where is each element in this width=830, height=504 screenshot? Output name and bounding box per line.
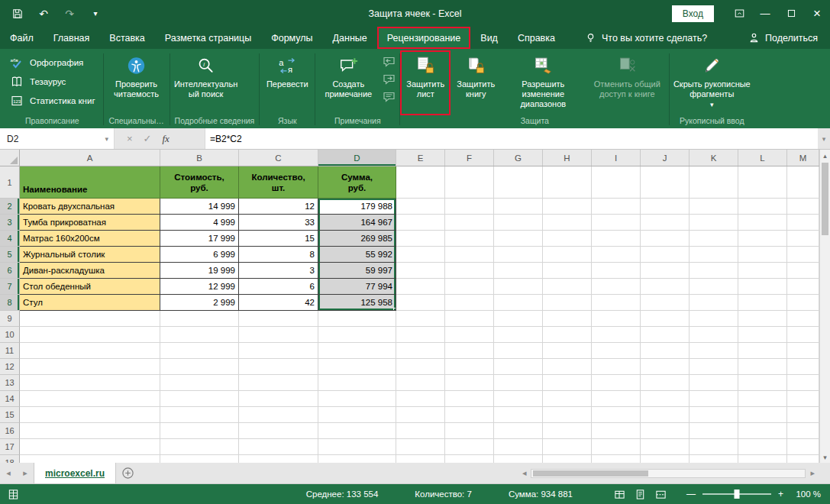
row-header-3[interactable]: 3: [0, 215, 20, 231]
protect-workbook-button[interactable]: Защитить книгу: [451, 50, 501, 115]
cell-E5[interactable]: [396, 247, 445, 263]
cell-E7[interactable]: [396, 279, 445, 295]
row-header-7[interactable]: 7: [0, 279, 20, 295]
cell-J8[interactable]: [641, 295, 690, 311]
cell-D18[interactable]: [318, 455, 396, 463]
cell-L15[interactable]: [738, 407, 787, 423]
cell-H15[interactable]: [543, 407, 592, 423]
name-box[interactable]: D2 ▾: [0, 128, 115, 149]
name-box-dropdown-icon[interactable]: ▾: [99, 135, 114, 143]
cell-B8[interactable]: 2 999: [160, 295, 239, 311]
cell-J16[interactable]: [641, 423, 690, 439]
tab-page-layout[interactable]: Разметка страницы: [155, 27, 261, 49]
cell-E2[interactable]: [396, 199, 445, 215]
formula-input[interactable]: =B2*C2: [205, 128, 818, 149]
cell-L13[interactable]: [738, 375, 787, 391]
cell-E1[interactable]: [396, 166, 445, 199]
cell-L14[interactable]: [738, 391, 787, 407]
cell-C18[interactable]: [239, 455, 318, 463]
tab-formulas[interactable]: Формулы: [261, 27, 322, 49]
cell-D1[interactable]: Сумма, руб.: [318, 166, 396, 199]
cell-I15[interactable]: [592, 407, 641, 423]
cell-D4[interactable]: 269 985: [318, 231, 396, 247]
vertical-scroll-thumb[interactable]: [822, 163, 828, 235]
cell-L18[interactable]: [738, 455, 787, 463]
cell-B6[interactable]: 19 999: [160, 263, 239, 279]
cell-L4[interactable]: [738, 231, 787, 247]
cell-K8[interactable]: [690, 295, 738, 311]
cell-K16[interactable]: [690, 423, 738, 439]
cell-E16[interactable]: [396, 423, 445, 439]
cell-I12[interactable]: [592, 359, 641, 375]
cell-A17[interactable]: [20, 439, 160, 455]
row-header-2[interactable]: 2: [0, 199, 20, 215]
cell-L5[interactable]: [738, 247, 787, 263]
vertical-scrollbar[interactable]: ▴ ▾: [819, 150, 830, 463]
cell-M3[interactable]: [787, 215, 819, 231]
cell-G8[interactable]: [494, 295, 543, 311]
horizontal-scroll-track[interactable]: [531, 469, 806, 478]
horizontal-scrollbar[interactable]: ◂ ▸: [519, 463, 830, 483]
sheet-nav-left-icon[interactable]: ◂: [0, 463, 17, 483]
cell-G16[interactable]: [494, 423, 543, 439]
cell-C6[interactable]: 3: [239, 263, 318, 279]
cell-M16[interactable]: [787, 423, 819, 439]
cell-G7[interactable]: [494, 279, 543, 295]
column-header-A[interactable]: A: [20, 150, 160, 166]
cell-E18[interactable]: [396, 455, 445, 463]
sign-in-button[interactable]: Вход: [672, 5, 714, 22]
insert-function-icon[interactable]: fx: [163, 133, 170, 145]
cell-E8[interactable]: [396, 295, 445, 311]
cell-B3[interactable]: 4 999: [160, 215, 239, 231]
cell-F4[interactable]: [445, 231, 494, 247]
share-button[interactable]: Поделиться: [748, 27, 830, 49]
cell-M18[interactable]: [787, 455, 819, 463]
cell-D2[interactable]: 179 988: [318, 199, 396, 215]
zoom-slider-thumb[interactable]: [734, 489, 739, 499]
row-header-17[interactable]: 17: [0, 439, 20, 455]
cell-F16[interactable]: [445, 423, 494, 439]
cell-C8[interactable]: 42: [239, 295, 318, 311]
cell-A4[interactable]: Матрас 160х200см: [20, 231, 160, 247]
cell-G4[interactable]: [494, 231, 543, 247]
scroll-left-icon[interactable]: ◂: [519, 468, 530, 478]
cell-C7[interactable]: 6: [239, 279, 318, 295]
row-header-9[interactable]: 9: [0, 311, 20, 327]
normal-view-icon[interactable]: [614, 489, 625, 500]
new-comment-button[interactable]: Создать примечание: [315, 50, 381, 115]
column-header-G[interactable]: G: [494, 150, 543, 166]
row-header-13[interactable]: 13: [0, 375, 20, 391]
cell-J14[interactable]: [641, 391, 690, 407]
page-break-view-icon[interactable]: [655, 489, 667, 500]
cell-D10[interactable]: [318, 327, 396, 343]
cell-E11[interactable]: [396, 343, 445, 359]
column-header-H[interactable]: H: [543, 150, 592, 166]
cell-C2[interactable]: 12: [239, 199, 318, 215]
cell-A11[interactable]: [20, 343, 160, 359]
cell-C9[interactable]: [239, 311, 318, 327]
close-icon[interactable]: ×: [804, 0, 830, 27]
cell-M5[interactable]: [787, 247, 819, 263]
check-accessibility-button[interactable]: Проверить читаемость: [104, 50, 170, 115]
cell-H17[interactable]: [543, 439, 592, 455]
book-statistics-button[interactable]: 123Статистика книг: [5, 91, 100, 110]
cell-A12[interactable]: [20, 359, 160, 375]
cell-J18[interactable]: [641, 455, 690, 463]
cell-C4[interactable]: 15: [239, 231, 318, 247]
enter-icon[interactable]: ✓: [144, 133, 152, 144]
column-header-K[interactable]: K: [690, 150, 738, 166]
cell-B11[interactable]: [160, 343, 239, 359]
cell-D7[interactable]: 77 994: [318, 279, 396, 295]
cell-K5[interactable]: [690, 247, 738, 263]
cell-A8[interactable]: Стул: [20, 295, 160, 311]
cell-K2[interactable]: [690, 199, 738, 215]
thesaurus-button[interactable]: Тезаурус: [5, 72, 100, 91]
previous-comment-icon[interactable]: [383, 56, 396, 71]
cell-K12[interactable]: [690, 359, 738, 375]
cell-C15[interactable]: [239, 407, 318, 423]
save-icon[interactable]: [11, 7, 24, 21]
customize-quick-access-icon[interactable]: ▾: [89, 7, 102, 21]
cell-J10[interactable]: [641, 327, 690, 343]
cell-D5[interactable]: 55 992: [318, 247, 396, 263]
zoom-slider[interactable]: [702, 493, 771, 495]
